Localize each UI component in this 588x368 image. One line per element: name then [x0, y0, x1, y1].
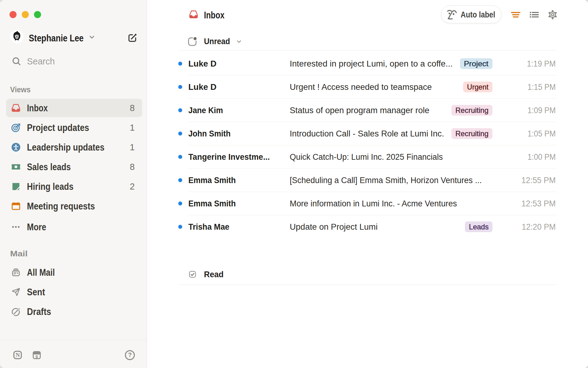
svg-text:N: N [16, 352, 20, 358]
svg-text:?: ? [128, 351, 132, 358]
svg-text:6: 6 [36, 355, 38, 359]
